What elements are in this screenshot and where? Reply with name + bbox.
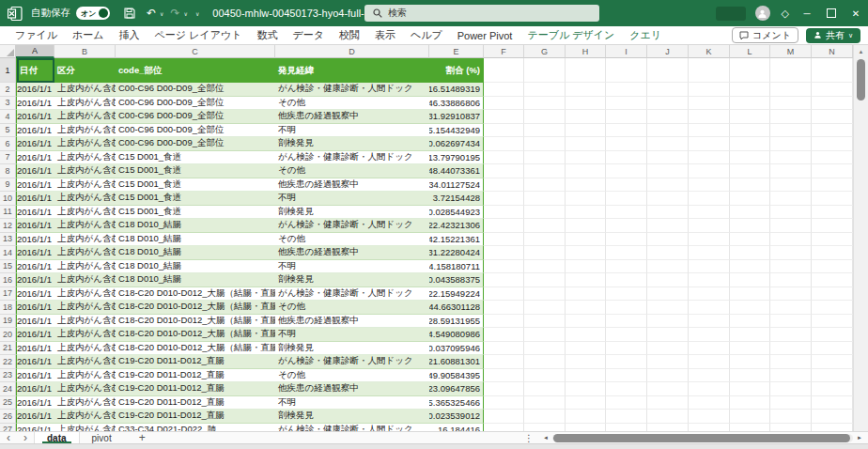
cell-K16[interactable] — [689, 273, 730, 287]
cell-M1[interactable] — [770, 58, 812, 83]
cell-G17[interactable] — [524, 287, 566, 302]
cell-I12[interactable] — [606, 219, 647, 233]
cell-C21[interactable]: C18-C20 D010-D012_大腸（結腸・直腸） — [116, 342, 275, 356]
cell-K6[interactable] — [689, 137, 730, 151]
cell-B7[interactable]: 上皮内がん含む — [54, 151, 116, 165]
row-header-18[interactable]: 18 — [0, 301, 16, 315]
cell-I13[interactable] — [606, 233, 647, 247]
cell-I23[interactable] — [606, 369, 647, 383]
cell-L17[interactable] — [730, 287, 770, 302]
cell-B11[interactable]: 上皮内がん含む — [54, 206, 116, 220]
column-header-A[interactable]: A — [16, 45, 54, 58]
cell-A27[interactable]: 2016/1/1 — [16, 424, 54, 432]
column-header-F[interactable]: F — [484, 45, 524, 58]
column-header-I[interactable]: I — [606, 45, 647, 58]
ribbon-tab-7[interactable]: 表示 — [367, 28, 403, 42]
row-header-23[interactable]: 23 — [0, 369, 16, 383]
cell-I20[interactable] — [606, 328, 647, 342]
cell-C22[interactable]: C19-C20 D011-D012_直腸 — [116, 355, 275, 369]
cell-E14[interactable]: 31.22280424 — [429, 246, 484, 260]
cell-B24[interactable]: 上皮内がん含む — [54, 382, 116, 396]
row-header-8[interactable]: 8 — [0, 164, 16, 178]
cell-E23[interactable]: 49.90584395 — [429, 369, 484, 383]
cell-B1[interactable]: 区分 — [54, 58, 116, 83]
cell-A20[interactable]: 2016/1/1 — [16, 328, 54, 342]
cell-G27[interactable] — [524, 424, 566, 432]
cell-B26[interactable]: 上皮内がん含む — [54, 410, 116, 424]
cell-K22[interactable] — [689, 355, 730, 369]
cell-I19[interactable] — [606, 315, 647, 329]
cell-D17[interactable]: がん検診・健康診断・人間ドック — [275, 287, 429, 302]
cell-C25[interactable]: C19-C20 D011-D012_直腸 — [116, 396, 275, 410]
cell-L13[interactable] — [730, 233, 770, 247]
cell-B4[interactable]: 上皮内がん含む — [54, 110, 116, 124]
cell-B6[interactable]: 上皮内がん含む — [54, 137, 116, 151]
cell-B22[interactable]: 上皮内がん含む — [54, 355, 116, 369]
cell-E2[interactable]: 16.51489319 — [429, 83, 484, 97]
cell-D20[interactable]: 不明 — [275, 328, 429, 342]
minimize-button[interactable]: ─ — [795, 0, 819, 26]
cell-E17[interactable]: 22.15949224 — [429, 287, 484, 302]
row-header-7[interactable]: 7 — [0, 151, 16, 165]
cell-C10[interactable]: C15 D001_食道 — [116, 192, 275, 206]
cell-K2[interactable] — [689, 83, 730, 97]
cell-L7[interactable] — [730, 151, 770, 165]
cell-M24[interactable] — [770, 382, 812, 396]
cell-G22[interactable] — [524, 355, 566, 369]
cell-G21[interactable] — [524, 342, 566, 356]
cell-C15[interactable]: C18 D010_結腸 — [116, 260, 275, 274]
cell-G2[interactable] — [524, 83, 566, 97]
cell-M4[interactable] — [770, 110, 812, 124]
row-header-11[interactable]: 11 — [0, 206, 16, 220]
cell-D7[interactable]: がん検診・健康診断・人間ドック — [275, 151, 429, 165]
cell-E25[interactable]: 5.365325466 — [429, 396, 484, 410]
cell-A1[interactable]: 日付 — [16, 58, 54, 83]
cell-I25[interactable] — [606, 396, 647, 410]
share-button[interactable]: 共有 ∨ — [806, 28, 860, 43]
cell-E22[interactable]: 21.60881301 — [429, 355, 484, 369]
cell-H17[interactable] — [566, 287, 606, 302]
cell-J20[interactable] — [647, 328, 689, 342]
cell-I9[interactable] — [606, 178, 647, 193]
cell-M2[interactable] — [770, 83, 812, 97]
cell-H18[interactable] — [566, 301, 606, 315]
cell-G4[interactable] — [524, 110, 566, 124]
cell-F12[interactable] — [484, 219, 524, 233]
cell-F10[interactable] — [484, 192, 524, 206]
cell-F23[interactable] — [484, 369, 524, 383]
cell-F20[interactable] — [484, 328, 524, 342]
row-header-22[interactable]: 22 — [0, 355, 16, 369]
cell-J1[interactable] — [647, 58, 689, 83]
cell-A6[interactable]: 2016/1/1 — [16, 137, 54, 151]
cell-N23[interactable] — [812, 369, 853, 383]
cell-D26[interactable]: 剖検発見 — [275, 410, 429, 424]
restore-button[interactable] — [819, 0, 844, 26]
cell-D8[interactable]: その他 — [275, 164, 429, 178]
cell-C26[interactable]: C19-C20 D011-D012_直腸 — [116, 410, 275, 424]
cell-C16[interactable]: C18 D010_結腸 — [116, 273, 275, 287]
cell-K3[interactable] — [689, 97, 730, 111]
cell-L11[interactable] — [730, 206, 770, 220]
cell-A16[interactable]: 2016/1/1 — [16, 273, 54, 287]
cell-A17[interactable]: 2016/1/1 — [16, 287, 54, 302]
cell-C18[interactable]: C18-C20 D010-D012_大腸（結腸・直腸） — [116, 301, 275, 315]
cell-H14[interactable] — [566, 246, 606, 260]
cell-C20[interactable]: C18-C20 D010-D012_大腸（結腸・直腸） — [116, 328, 275, 342]
cell-I2[interactable] — [606, 83, 647, 97]
column-header-K[interactable]: K — [689, 45, 730, 58]
cell-N26[interactable] — [812, 410, 853, 424]
cell-L19[interactable] — [730, 315, 770, 329]
cell-B20[interactable]: 上皮内がん含む — [54, 328, 116, 342]
cell-D21[interactable]: 剖検発見 — [275, 342, 429, 356]
cell-I15[interactable] — [606, 260, 647, 274]
add-sheet-button[interactable]: + — [139, 431, 146, 444]
cell-J8[interactable] — [647, 164, 689, 178]
cell-A21[interactable]: 2016/1/1 — [16, 342, 54, 356]
cell-B13[interactable]: 上皮内がん含む — [54, 233, 116, 247]
cell-I21[interactable] — [606, 342, 647, 356]
cell-N19[interactable] — [812, 315, 853, 329]
cell-D27[interactable]: がん検診・健康診断・人間ドック — [275, 424, 429, 432]
cell-M26[interactable] — [770, 410, 812, 424]
cell-D12[interactable]: がん検診・健康診断・人間ドック — [275, 219, 429, 233]
cell-I26[interactable] — [606, 410, 647, 424]
